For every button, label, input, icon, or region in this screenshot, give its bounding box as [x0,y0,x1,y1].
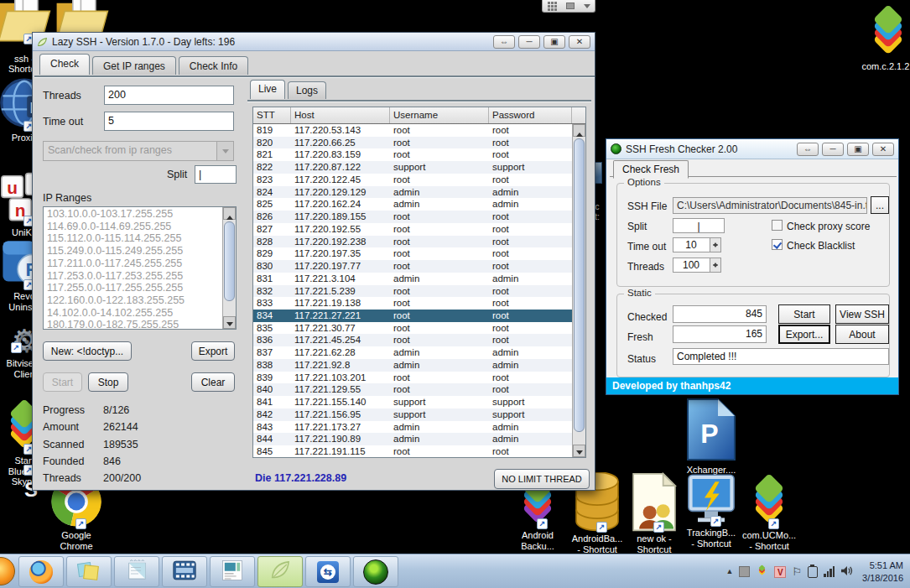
about-button[interactable]: About [835,325,889,344]
table-row[interactable]: 823117.220.122.45rootroot [253,174,572,186]
tray-app-icon[interactable] [739,566,750,577]
table-row[interactable]: 845117.221.191.115rootroot [253,445,572,457]
tab-get-ip-ranges[interactable]: Get IP ranges [92,56,176,75]
header-stt[interactable]: STT [253,107,291,123]
close-icon[interactable]: ✕ [569,35,590,49]
timeout-input[interactable]: 5 [104,112,234,131]
ip-range-item[interactable]: 14.102.0.0-14.102.255.255 [44,307,222,320]
table-row[interactable]: 830117.220.197.77rootroot [253,260,572,273]
desktop-icon-com-ucmo-shortcut[interactable]: ↗ com.UCMo... - Shortcut [742,472,796,551]
ip-range-item[interactable]: 103.10.0.0-103.17.255.255 [44,208,222,221]
taskbar-teamviewer-button[interactable]: ⇆ [305,556,351,587]
start-button[interactable] [0,557,15,585]
table-row[interactable]: 824117.220.129.129adminadmin [253,186,572,199]
tab-check[interactable]: Check [39,54,90,75]
table-row[interactable]: 832117.221.5.239rootroot [253,285,572,298]
view-ssh-button[interactable]: View SSH [835,304,889,324]
ssh-file-input[interactable]: C:\Users\Administrator\Documents\845-in.… [673,197,867,214]
timeout-spinner[interactable]: 10 [673,237,721,252]
tab-check-fresh[interactable]: Check Fresh [613,160,689,179]
table-row[interactable]: 843117.221.173.27adminadmin [253,421,572,434]
ip-ranges-list[interactable]: 103.10.0.0-103.17.255.255114.69.0.0-114.… [43,206,237,330]
tab-live[interactable]: Live [250,80,285,99]
scroll-up-icon[interactable] [223,207,236,220]
table-row[interactable]: 825117.220.162.24adminadmin [253,198,572,211]
table-row[interactable]: 826117.220.189.155rootroot [253,211,572,223]
table-row[interactable]: 834117.221.27.221rootroot [253,310,572,322]
pin-icon[interactable]: ⇔ [797,143,819,156]
check-proxy-checkbox[interactable] [772,220,783,231]
volume-icon[interactable] [840,565,853,580]
desktop-icon-com-c212[interactable]: com.c.2.1.2.. [861,3,910,72]
lazy-ssh-titlebar[interactable]: Lazy SSH - Version 1.7.0 - Day lefts: 19… [33,33,595,51]
close-icon[interactable]: ✕ [872,143,894,156]
split-input[interactable]: | [673,218,725,233]
check-proxy-label[interactable]: Check proxy score [787,221,870,232]
table-row[interactable]: 844117.221.190.89adminadmin [253,433,572,445]
start-button[interactable]: Start [778,304,830,324]
tray-clock[interactable]: 5:51 AM 3/18/2016 [862,559,903,585]
ip-range-item[interactable]: 117.255.0.0-117.255.255.255 [44,282,222,294]
stop-button[interactable]: Stop [88,372,128,392]
table-row[interactable]: 838117.221.92.8adminadmin [253,359,572,372]
scroll-down-icon[interactable] [573,445,585,457]
chevron-down-icon[interactable] [216,142,233,160]
scrollbar-thumb[interactable] [574,138,585,432]
table-row[interactable]: 822117.220.87.122supportsupport [253,161,572,174]
minimize-icon[interactable]: ─ [518,35,540,49]
table-row[interactable]: 819117.220.53.143rootroot [253,124,572,137]
threads-spinner[interactable]: 100 [673,258,721,273]
header-host[interactable]: Host [291,107,390,123]
check-blacklist-checkbox[interactable] [772,239,783,250]
export-button[interactable]: Export... [778,325,830,344]
split-input[interactable]: | [195,165,237,184]
desktop-icon-trackingb-shortcut[interactable]: ↗ TrackingB... - Shortcut [684,472,738,549]
table-row[interactable]: 829117.220.197.35rootroot [253,247,572,260]
check-blacklist-label[interactable]: Check Blacklist [787,240,855,252]
table-row[interactable]: 821117.220.83.159rootroot [253,148,572,161]
tab-check-info[interactable]: Check Info [179,56,248,75]
table-row[interactable]: 842117.221.156.95supportsupport [253,408,572,421]
ip-range-item[interactable]: 115.249.0.0-115.249.255.255 [44,245,222,258]
scrollbar-thumb[interactable] [224,221,235,301]
taskbar-green-orb-button[interactable] [353,556,398,587]
action-center-flag-icon[interactable]: ⚐ [792,566,802,577]
clear-button[interactable]: Clear [191,372,235,392]
desktop-icon-xchanger[interactable]: P Xchanger.... [684,396,738,476]
ip-range-item[interactable]: 117.211.0.0-117.245.255.255 [44,258,222,270]
scroll-up-icon[interactable] [573,124,585,137]
taskbar-viewer-button[interactable] [210,556,255,587]
ip-range-item[interactable]: 117.253.0.0-117.253.255.255 [44,270,222,283]
spinner-arrows-icon[interactable] [710,258,720,272]
maximize-icon[interactable]: ▣ [543,35,565,49]
new-button[interactable]: New: <!doctyp... [43,341,132,361]
table-row[interactable]: 833117.221.19.138rootroot [253,297,572,310]
table-row[interactable]: 820117.220.66.25rootroot [253,137,572,149]
table-row[interactable]: 837117.221.62.28adminadmin [253,346,572,359]
minimize-icon[interactable]: ─ [822,143,844,156]
browse-button[interactable]: ... [871,196,889,214]
bluestacks-toolbar-widget[interactable] [542,0,595,13]
ip-range-item[interactable]: 122.160.0.0-122.183.255.255 [44,294,222,307]
header-username[interactable]: Username [390,107,489,123]
desktop-icon-new-ok-shortcut[interactable]: ↗ new ok - Shortcut [627,472,681,554]
export-button[interactable]: Export [191,341,235,361]
taskbar-sticky-notes-button[interactable] [66,556,112,587]
table-scrollbar[interactable] [572,124,585,457]
table-row[interactable]: 836117.221.45.254rootroot [253,334,572,346]
table-row[interactable]: 835117.221.30.77rootroot [253,322,572,335]
tray-clipboard-icon[interactable] [808,566,818,578]
table-row[interactable]: 839117.221.103.201rootroot [253,372,572,384]
header-password[interactable]: Password [489,107,572,123]
start-button[interactable]: Start [43,372,82,392]
threads-input[interactable]: 200 [104,86,234,105]
table-row[interactable]: 828117.220.192.238rootroot [253,236,572,248]
tray-vmware-icon[interactable]: V [774,566,786,578]
table-row[interactable]: 840117.221.129.55rootroot [253,383,572,396]
table-row[interactable]: 841117.221.155.140supportsupport [253,396,572,408]
ip-range-item[interactable]: 180.179.0.0-182.75.255.255 [44,319,222,330]
taskbar-movie-button[interactable] [162,556,207,587]
ip-range-item[interactable]: 114.69.0.0-114.69.255.255 [44,221,222,233]
fresh-checker-titlebar[interactable]: SSH Fresh Checker 2.00 ⇔ ─ ▣ ✕ [606,139,898,159]
spinner-arrows-icon[interactable] [710,238,720,252]
